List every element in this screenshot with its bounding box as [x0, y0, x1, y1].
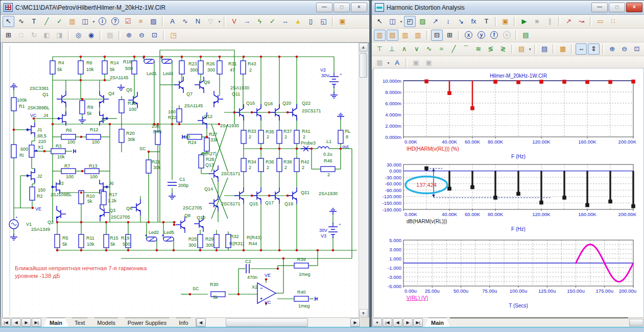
- nav-button[interactable]: ◀: [393, 318, 402, 327]
- shapes-tool[interactable]: ◫: [387, 16, 398, 27]
- help-button[interactable]: ?: [109, 16, 121, 27]
- polygon-check-tool[interactable]: ✓: [54, 16, 65, 27]
- wire-mode-tool[interactable]: ∿: [15, 16, 27, 27]
- tab-info[interactable]: Info: [173, 318, 194, 327]
- plot-layout-1-button[interactable]: ▥: [374, 30, 386, 41]
- nav-button[interactable]: ▶: [403, 318, 413, 327]
- scale-x-button[interactable]: ↗: [430, 16, 441, 27]
- scale-xy-button[interactable]: ↘: [455, 16, 467, 27]
- schematic-vertical-scrollbar[interactable]: ▲ ▼: [359, 43, 368, 318]
- auto-scale-button[interactable]: ⇔: [576, 43, 587, 55]
- render-notes-button[interactable]: ▨: [148, 16, 159, 27]
- close-button[interactable]: ×: [351, 3, 367, 12]
- properties-button[interactable]: ▣: [499, 16, 511, 27]
- component-bus-tool[interactable]: ▥: [66, 16, 78, 27]
- run-button[interactable]: ▶: [518, 16, 530, 27]
- valley-button[interactable]: ⊥: [386, 43, 397, 55]
- cursor-limits-button[interactable]: ⇕: [588, 43, 599, 55]
- schematic-canvas[interactable]: +++−+R45kR810kR145kR185002SA11452SC3381Q…: [3, 43, 359, 317]
- scale-y-button[interactable]: ↕: [442, 16, 454, 27]
- file-list-button[interactable]: ≡: [135, 16, 147, 27]
- border-select-button[interactable]: ◱: [318, 16, 329, 27]
- view-voltages-button[interactable]: V: [228, 16, 240, 27]
- scroll-right-arrow[interactable]: ▶: [350, 318, 360, 327]
- fall-button[interactable]: ≈: [436, 43, 447, 55]
- zoom-100-button[interactable]: ⊡: [149, 30, 160, 41]
- restore-button[interactable]: □: [333, 3, 350, 12]
- horizontal-scroll-track[interactable]: [206, 318, 350, 327]
- zoom-select-button[interactable]: ◰: [404, 16, 416, 27]
- nav-button[interactable]: ▶|: [413, 318, 423, 327]
- sheet-button[interactable]: ▯: [305, 16, 317, 27]
- shape-browser-tool-dropdown[interactable]: ▾: [91, 19, 96, 24]
- single-axis-button[interactable]: ⊟: [431, 30, 443, 41]
- close-button[interactable]: ×: [626, 3, 642, 12]
- peak-button[interactable]: ⊤: [374, 43, 385, 55]
- minimize-button[interactable]: —: [316, 3, 332, 12]
- view-conditions-button[interactable]: ✓: [267, 16, 278, 27]
- horizontal-scroll-thumb[interactable]: [226, 318, 308, 327]
- tab-text[interactable]: Text: [68, 318, 91, 327]
- nav-button[interactable]: |◀: [383, 318, 392, 327]
- zoom-in-button[interactable]: ⊕: [607, 43, 618, 55]
- select-tool[interactable]: ↖: [3, 16, 14, 27]
- plot-layout-4-button[interactable]: ▥: [412, 30, 424, 41]
- plot-layout-2-button[interactable]: ▤: [387, 30, 398, 41]
- model-check-button[interactable]: ☑: [122, 16, 134, 27]
- high-button[interactable]: ∧: [398, 43, 410, 55]
- zoom-100-button[interactable]: ⊡: [631, 43, 642, 55]
- x-range-button[interactable]: x: [463, 30, 474, 41]
- cursor-mode-button[interactable]: ↝: [576, 16, 587, 27]
- clipboard-button[interactable]: ▤: [516, 43, 527, 55]
- y-range-button[interactable]: y: [475, 30, 487, 41]
- nav-button[interactable]: ▶|: [32, 318, 41, 327]
- copy-view-button-dropdown[interactable]: ▾: [217, 19, 222, 24]
- annotation-text-button[interactable]: A: [391, 57, 403, 68]
- grid-select-button-dropdown[interactable]: ▾: [386, 61, 391, 65]
- find-button[interactable]: ◎: [73, 30, 84, 41]
- restore-button[interactable]: □: [609, 3, 625, 12]
- nav-button[interactable]: |◀: [1, 318, 11, 327]
- crosshair-button[interactable]: ⊞: [444, 30, 456, 41]
- data-points-button[interactable]: ∷: [607, 16, 619, 27]
- nav-button[interactable]: ▶: [21, 318, 31, 327]
- tab-main[interactable]: Main: [425, 318, 450, 327]
- pin-connections-button[interactable]: ↔: [279, 16, 291, 27]
- shapes-tool-dropdown[interactable]: ▾: [399, 19, 403, 24]
- text-tool[interactable]: T: [481, 16, 492, 27]
- nav-button[interactable]: ▾: [372, 318, 382, 327]
- slope-button[interactable]: ╱: [448, 43, 459, 55]
- tab-models[interactable]: Models: [91, 318, 121, 327]
- plot-layout-3-button[interactable]: ▥: [399, 30, 411, 41]
- list-range-button[interactable]: ≡: [501, 30, 513, 41]
- numeric-output-button[interactable]: ▦: [557, 43, 568, 55]
- nav-button[interactable]: ◀: [11, 318, 21, 327]
- minimize-button[interactable]: —: [591, 3, 608, 12]
- shape-browser-tool[interactable]: ◫: [79, 16, 91, 27]
- rise-button[interactable]: ∿: [423, 43, 435, 55]
- tab-strip-grip[interactable]: [629, 319, 643, 326]
- view-states-button[interactable]: N: [192, 16, 204, 27]
- clipboard-button-dropdown[interactable]: ▾: [528, 47, 532, 52]
- tab-power-supplies[interactable]: Power Supplies: [122, 318, 173, 327]
- text-report-button[interactable]: ▤: [539, 43, 550, 55]
- zoom-in-button[interactable]: ⊕: [123, 30, 135, 41]
- properties-button[interactable]: ▣: [337, 16, 348, 27]
- view-waveform-button[interactable]: ∿: [179, 16, 191, 27]
- scale-mode-button[interactable]: ↗: [563, 16, 575, 27]
- schematic-horizontal-scrollbar[interactable]: ◀ ▶: [196, 318, 360, 327]
- global-low-button[interactable]: ≷: [497, 43, 509, 55]
- formula-button[interactable]: fx: [468, 16, 480, 27]
- find-next-button[interactable]: ◉: [85, 30, 97, 41]
- low-button[interactable]: ∨: [411, 43, 422, 55]
- select-tool[interactable]: ↖: [374, 16, 386, 27]
- warning-triangle-button[interactable]: ▲: [292, 16, 304, 27]
- view-power-button[interactable]: ϟ: [254, 16, 266, 27]
- line-tool[interactable]: ╱: [41, 16, 53, 27]
- zoom-out-button[interactable]: ⊖: [136, 30, 148, 41]
- fx-range-button[interactable]: f: [488, 30, 500, 41]
- charts-area[interactable]: Hilmer-M_20kHz-1W.CIR10.000m8.000m6.000m…: [373, 68, 644, 318]
- text-tool[interactable]: T: [28, 16, 40, 27]
- schematic-titlebar[interactable]: C:\MC11\DATA\Petrov\Hilbert\Hilmer-M_20k…: [1, 1, 369, 15]
- global-high-button[interactable]: ≶: [485, 43, 496, 55]
